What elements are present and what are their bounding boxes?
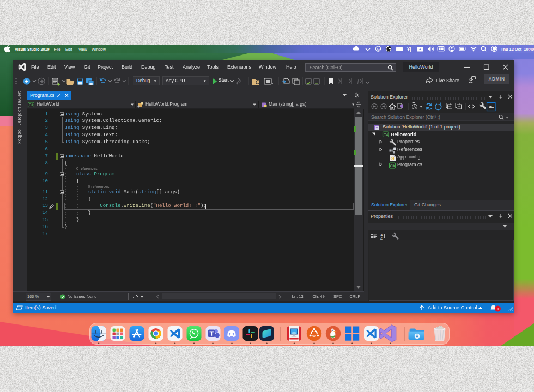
svg-text:C#: C# xyxy=(384,133,389,137)
svg-text:C#: C# xyxy=(29,103,34,107)
svg-text:1: 1 xyxy=(497,306,500,311)
svg-text:C#: C# xyxy=(390,163,395,168)
svg-text:¥|: ¥| xyxy=(407,46,411,52)
svg-text:G: G xyxy=(377,47,380,51)
